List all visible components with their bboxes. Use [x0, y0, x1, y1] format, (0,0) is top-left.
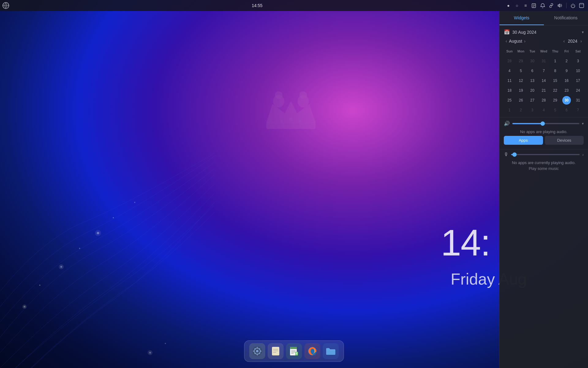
cal-header-mon: Mon [517, 47, 525, 56]
svg-point-8 [113, 217, 114, 218]
cal-day[interactable]: 2 [517, 106, 525, 114]
cal-day[interactable]: 4 [505, 67, 514, 75]
calendar-grid: Sun Mon Tue Wed Thu Fri Sat 28 29 30 31 … [504, 47, 584, 115]
cal-day[interactable]: 26 [517, 96, 525, 105]
dock-item-text-editor[interactable] [286, 343, 302, 359]
right-panel: Widgets Notifications 📅 30 Aug 2024 ▾ ‹ … [499, 11, 588, 368]
cal-day[interactable]: 1 [505, 106, 514, 114]
cal-day[interactable]: 28 [505, 57, 514, 65]
cal-header-thu: Thu [551, 47, 560, 56]
cal-day[interactable]: 9 [562, 67, 571, 75]
cal-day[interactable]: 15 [551, 76, 560, 85]
bell-icon[interactable] [539, 2, 546, 9]
dock-item-system-settings[interactable] [249, 343, 265, 359]
cal-day[interactable]: 30 [528, 57, 537, 65]
year-prev-button[interactable]: ‹ [562, 38, 567, 44]
volume-dropdown-icon[interactable]: ▾ [582, 121, 584, 126]
power-icon[interactable] [570, 2, 576, 9]
month-prev-button[interactable]: ‹ [504, 38, 509, 44]
taskbar-center: 14:55 [9, 3, 505, 8]
volume-thumb[interactable] [541, 121, 545, 126]
link-icon[interactable] [548, 2, 555, 9]
calendar-dropdown-icon[interactable]: ▾ [582, 30, 584, 34]
svg-point-25 [299, 120, 301, 122]
cal-day[interactable]: 31 [574, 96, 582, 105]
month-next-button[interactable]: › [522, 38, 527, 44]
mic-arrow-icon[interactable]: › [582, 152, 584, 157]
cal-day[interactable]: 17 [574, 76, 582, 85]
tab-notifications[interactable]: Notifications [544, 11, 588, 25]
play-music-label: Play some music [504, 166, 584, 171]
taskbar: 14:55 ● ○ ≡ [0, 0, 588, 11]
year-display: 2024 [568, 39, 577, 44]
cal-day-today[interactable]: 30 [562, 96, 571, 105]
cal-day[interactable]: 29 [517, 57, 525, 65]
taskbar-right: ● ○ ≡ [505, 2, 588, 9]
cal-day[interactable]: 3 [574, 57, 582, 65]
cal-day[interactable]: 5 [517, 67, 525, 75]
cal-header-sat: Sat [574, 47, 582, 56]
cal-day[interactable]: 2 [562, 57, 571, 65]
indicator-filled: ● [505, 2, 512, 9]
cal-day[interactable]: 6 [562, 106, 571, 114]
files-icon[interactable] [531, 2, 537, 9]
volume-fill [512, 123, 543, 124]
cal-day[interactable]: 5 [551, 106, 560, 114]
calendar-section: 📅 30 Aug 2024 ▾ ‹ August › ‹ 2024 › Sun [499, 25, 588, 117]
window-icon[interactable] [578, 2, 585, 9]
cal-day[interactable]: 31 [539, 57, 548, 65]
cal-day[interactable]: 8 [551, 67, 560, 75]
mic-row: 🎙 › [504, 152, 584, 157]
svg-rect-44 [295, 352, 298, 355]
cal-day[interactable]: 27 [528, 96, 537, 105]
cal-day[interactable]: 19 [517, 86, 525, 95]
dock-item-firefox[interactable] [304, 343, 320, 359]
svg-point-2 [39, 285, 40, 286]
volume-icon[interactable] [556, 2, 563, 9]
cal-day[interactable]: 7 [574, 106, 582, 114]
cal-day[interactable]: 4 [539, 106, 548, 114]
cal-day[interactable]: 12 [517, 76, 525, 85]
cal-day[interactable]: 24 [574, 86, 582, 95]
svg-point-5 [79, 248, 80, 249]
cal-day[interactable]: 6 [528, 67, 537, 75]
dock-item-file-manager[interactable] [323, 343, 339, 359]
cal-day[interactable]: 25 [505, 96, 514, 105]
calendar-header-row: Sun Mon Tue Wed Thu Fri Sat [504, 47, 584, 56]
panel-scroll[interactable]: 📅 30 Aug 2024 ▾ ‹ August › ‹ 2024 › Sun [499, 25, 588, 368]
cal-day[interactable]: 18 [505, 86, 514, 95]
cal-day[interactable]: 1 [551, 57, 560, 65]
volume-slider[interactable] [512, 123, 579, 124]
cal-day[interactable]: 28 [539, 96, 548, 105]
cal-day[interactable]: 11 [505, 76, 514, 85]
cal-header-fri: Fri [562, 47, 571, 56]
cal-day[interactable]: 16 [562, 76, 571, 85]
cal-day[interactable]: 29 [551, 96, 560, 105]
audio-tabs: Apps Devices [504, 136, 584, 145]
menu-icon[interactable]: ≡ [522, 2, 529, 9]
mic-slider[interactable] [511, 154, 580, 155]
cal-week-5: 25 26 27 28 29 30 31 [504, 96, 584, 105]
mic-thumb[interactable] [512, 152, 517, 157]
cal-day[interactable]: 13 [528, 76, 537, 85]
audio-tab-apps[interactable]: Apps [504, 136, 543, 145]
audio-tab-devices[interactable]: Devices [545, 136, 584, 145]
tab-widgets[interactable]: Widgets [499, 11, 544, 25]
cal-day[interactable]: 20 [528, 86, 537, 95]
os-logo-button[interactable] [2, 2, 9, 9]
svg-rect-13 [266, 123, 315, 129]
cal-day[interactable]: 21 [539, 86, 548, 95]
cal-day[interactable]: 7 [539, 67, 548, 75]
year-next-button[interactable]: › [579, 38, 584, 44]
cal-week-4: 18 19 20 21 22 23 24 [504, 86, 584, 95]
cal-day[interactable]: 10 [574, 67, 582, 75]
svg-point-1 [22, 305, 27, 309]
cal-day[interactable]: 22 [551, 86, 560, 95]
no-mic-audio-label: No apps are currently playing audio. [504, 160, 584, 165]
cal-day[interactable]: 23 [562, 86, 571, 95]
dock-item-files[interactable] [268, 343, 284, 359]
crown-logo [257, 86, 325, 141]
cal-day[interactable]: 3 [528, 106, 537, 114]
svg-point-9 [134, 202, 135, 203]
cal-day[interactable]: 14 [539, 76, 548, 85]
